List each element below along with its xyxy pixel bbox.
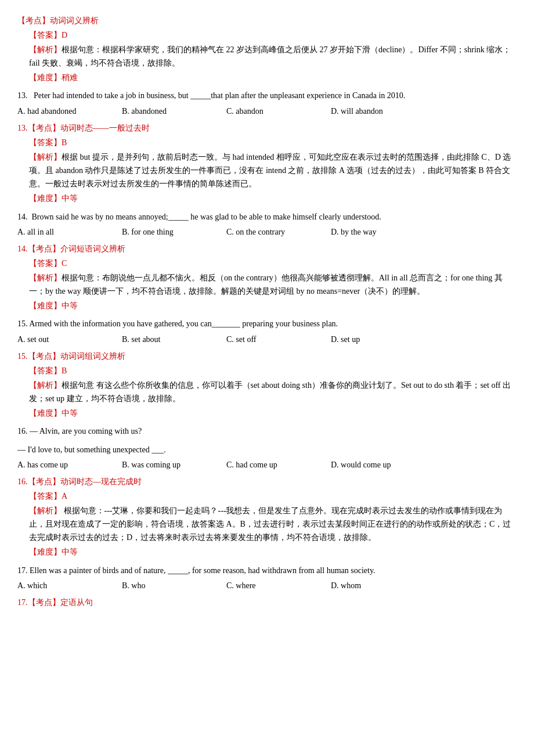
q13-difficulty: 【难度】中等 (29, 192, 517, 205)
q14-options: A. all in all B. for one thing C. on the… (17, 226, 517, 239)
q15-question-section: 15. Armed with the information you have … (17, 317, 517, 345)
q16-option-c: C. had come up (226, 459, 331, 471)
q14-option-b: B. for one thing (122, 226, 226, 239)
q15-question: 15. Armed with the information you have … (17, 317, 517, 330)
q15-option-b: B. set about (122, 333, 226, 346)
q12-answer: 【答案】D (29, 28, 517, 42)
q15-section: 15.【考点】动词词组词义辨析 【答案】B 【解析】根据句意 有这么些个你所收集… (17, 350, 517, 420)
q14-option-d: D. by the way (331, 226, 435, 239)
q13-option-a: A. had abandoned (17, 105, 122, 118)
q16-difficulty: 【难度】中等 (29, 545, 517, 559)
q13-option-b: B. abandoned (122, 105, 226, 118)
q16-answer: 【答案】A (29, 489, 517, 503)
q17-options: A. which B. who C. where D. whom (17, 579, 517, 592)
q13-question: 13. Peter had intended to take a job in … (17, 89, 517, 102)
q17-tag: 17.【考点】定语从句 (17, 596, 517, 609)
main-content: 【考点】动词词义辨析 【答案】D 【解析】根据句意：根据科学家研究，我们的精神气… (17, 14, 517, 609)
q13-option-d: D. will abandon (331, 105, 435, 118)
q14-explanation: 【解析】根据句意：布朗说他一点儿都不恼火。相反（on the contrary）… (29, 271, 517, 298)
q14-tag: 14.【考点】介词短语词义辨析 (17, 242, 517, 255)
q13-options: A. had abandoned B. abandoned C. abandon… (17, 105, 517, 118)
q16-section: 16.【考点】动词时态—现在完成时 【答案】A 【解析】 根据句意：---艾琳，… (17, 475, 517, 559)
q13-explanation: 【解析】根据 but 提示，是并列句，故前后时态一致。与 had intende… (29, 150, 517, 190)
q16-question-line1: 16. — Alvin, are you coming with us? (17, 424, 517, 438)
q16-options: A. has come up B. was coming up C. had c… (17, 459, 517, 471)
q16-tag: 16.【考点】动词时态—现在完成时 (17, 475, 517, 488)
q14-question-section: 14. Brown said he was by no means annoye… (17, 210, 517, 239)
q16-option-d: D. would come up (331, 459, 435, 471)
q14-difficulty: 【难度】中等 (29, 299, 517, 312)
q13-section: 13.【考点】动词时态——一般过去时 【答案】B 【解析】根据 but 提示，是… (17, 121, 517, 206)
q17-option-b: B. who (122, 579, 226, 592)
q15-answer: 【答案】B (29, 364, 517, 377)
q15-option-c: C. set off (226, 333, 331, 346)
q17-question-section: 17. Ellen was a painter of birds and of … (17, 564, 517, 592)
q17-question: 17. Ellen was a painter of birds and of … (17, 564, 517, 577)
q15-explanation: 【解析】根据句意 有这么些个你所收集的信息，你可以着手（set about do… (29, 379, 517, 405)
q15-difficulty: 【难度】中等 (29, 406, 517, 420)
q16-explanation: 【解析】 根据句意：---艾琳，你要和我们一起走吗？---我想去，但是发生了点意… (29, 504, 517, 544)
q17-section: 17.【考点】定语从句 (17, 596, 517, 609)
q13-answer: 【答案】B (29, 136, 517, 149)
q14-section: 14.【考点】介词短语词义辨析 【答案】C 【解析】根据句意：布朗说他一点儿都不… (17, 242, 517, 312)
q15-options: A. set out B. set about C. set off D. se… (17, 333, 517, 346)
q12-tag: 【考点】动词词义辨析 (17, 14, 517, 27)
q17-option-c: C. where (226, 579, 331, 592)
q12-section: 【考点】动词词义辨析 【答案】D 【解析】根据句意：根据科学家研究，我们的精神气… (17, 14, 517, 84)
q16-question-line2: — I'd love to, but something unexpected … (17, 443, 517, 456)
q16-option-a: A. has come up (17, 459, 122, 471)
q13-question-section: 13. Peter had intended to take a job in … (17, 89, 517, 117)
q12-difficulty: 【难度】稍难 (29, 71, 517, 84)
q13-option-c: C. abandon (226, 105, 331, 118)
q17-option-d: D. whom (331, 579, 435, 592)
q14-option-a: A. all in all (17, 226, 122, 239)
q15-tag: 15.【考点】动词词组词义辨析 (17, 350, 517, 363)
q13-tag: 13.【考点】动词时态——一般过去时 (17, 121, 517, 135)
q12-explanation: 【解析】根据句意：根据科学家研究，我们的精神气在 22 岁达到高峰值之后便从 2… (29, 43, 517, 70)
q14-option-c: C. on the contrary (226, 226, 331, 239)
q15-option-a: A. set out (17, 333, 122, 346)
q16-option-b: B. was coming up (122, 459, 226, 471)
q15-option-d: D. set up (331, 333, 435, 346)
q14-question: 14. Brown said he was by no means annoye… (17, 210, 517, 224)
q14-answer: 【答案】C (29, 257, 517, 270)
q16-question-section: 16. — Alvin, are you coming with us? — I… (17, 424, 517, 471)
q17-option-a: A. which (17, 579, 122, 592)
